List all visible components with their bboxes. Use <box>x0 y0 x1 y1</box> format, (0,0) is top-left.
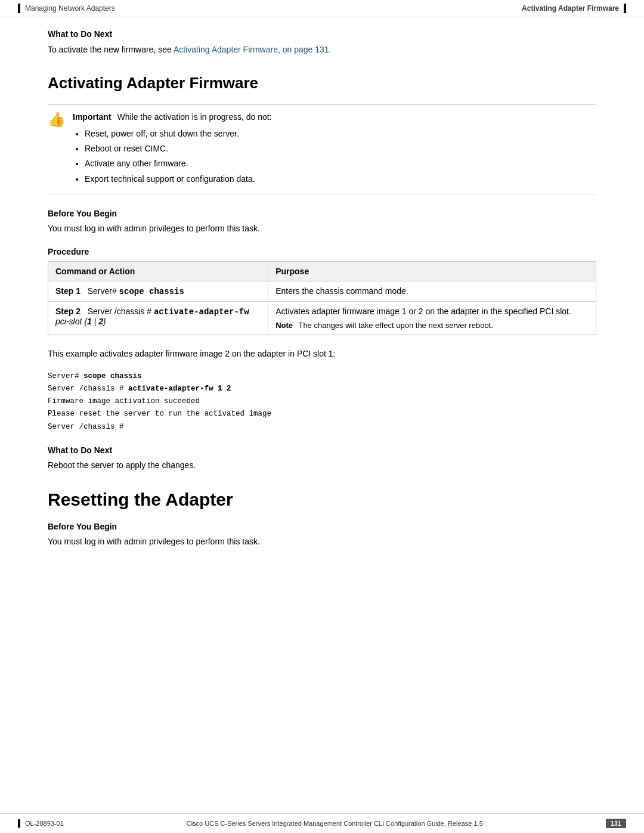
header-right: Activating Adapter Firmware <box>522 4 626 13</box>
procedure-heading: Procedure <box>48 247 596 256</box>
step2-note: Note The changes will take effect upon t… <box>275 321 589 330</box>
important-box: 👍 Important While the activation is in p… <box>48 104 596 194</box>
code-bold-2: activate-adapter-fw 1 2 <box>128 385 231 393</box>
header-left-bar <box>18 4 20 13</box>
before-you-begin-text: You must log in with admin privileges to… <box>48 222 596 235</box>
list-item: Reset, power off, or shut down the serve… <box>85 126 596 141</box>
table-row: Step 1 Server# scope chassis Enters the … <box>48 281 596 302</box>
step2-purpose-cell: Activates adapter firmware image 1 or 2 … <box>268 302 596 335</box>
section2-before-you-begin-text: You must log in with admin privileges to… <box>48 535 596 548</box>
footer-doc-number: OL-28893-01 <box>25 820 64 827</box>
important-label: Important <box>73 112 112 122</box>
what-to-do-next-bottom-text: Reboot the server to apply the changes. <box>48 459 596 472</box>
table-row: Step 2 Server /chassis # activate-adapte… <box>48 302 596 335</box>
activating-firmware-link[interactable]: Activating Adapter Firmware, on page 131… <box>174 45 332 54</box>
important-list: Reset, power off, or shut down the serve… <box>85 126 596 187</box>
important-icon: 👍 <box>48 111 66 128</box>
list-item: Activate any other firmware. <box>85 156 596 171</box>
step2-command-cell: Step 2 Server /chassis # activate-adapte… <box>48 302 268 335</box>
step2-code-bold: activate-adapter-fw <box>154 307 249 317</box>
note-label: Note <box>275 321 293 330</box>
col-purpose: Purpose <box>268 262 596 281</box>
footer-left: OL-28893-01 <box>18 819 64 828</box>
footer-page-number: 131 <box>606 819 626 828</box>
top-header: Managing Network Adapters Activating Ada… <box>0 0 644 17</box>
code-bold-1: scope chassis <box>83 372 142 380</box>
section2-before-you-begin-heading: Before You Begin <box>48 522 596 531</box>
step1-code: scope chassis <box>119 287 184 296</box>
important-content: Important While the activation is in pro… <box>73 112 596 187</box>
section1-title: Activating Adapter Firmware <box>48 74 596 92</box>
what-to-do-next-top-heading: What to Do Next <box>48 29 596 39</box>
note-text: The changes will take effect upon the ne… <box>298 321 493 330</box>
code-block: Server# scope chassis Server /chassis # … <box>48 370 596 433</box>
step1-label: Step 1 <box>55 286 80 296</box>
page-footer: OL-28893-01 Cisco UCS C-Series Servers I… <box>0 813 644 833</box>
footer-left-bar <box>18 819 20 828</box>
example-intro: This example activates adapter firmware … <box>48 347 596 360</box>
header-right-bar <box>624 4 626 13</box>
step2-purpose-text: Activates adapter firmware image 1 or 2 … <box>275 306 571 316</box>
step2-italic: pci-slot {1 | 2} <box>55 317 106 326</box>
what-to-do-next-top-text: To activate the new firmware, see Activa… <box>48 44 596 56</box>
what-to-do-next-top-section: What to Do Next To activate the new firm… <box>48 29 596 56</box>
important-intro-text: While the activation is in progress, do … <box>117 112 271 122</box>
step1-command-cell: Step 1 Server# scope chassis <box>48 281 268 302</box>
step2-label: Step 2 <box>55 306 80 316</box>
header-left: Managing Network Adapters <box>18 4 115 13</box>
footer-center-text: Cisco UCS C-Series Servers Integrated Ma… <box>187 820 483 827</box>
section2-title: Resetting the Adapter <box>48 490 596 510</box>
col-command: Command or Action <box>48 262 268 281</box>
main-content: What to Do Next To activate the new firm… <box>0 17 644 603</box>
procedure-table: Command or Action Purpose Step 1 Server#… <box>48 261 596 335</box>
list-item: Reboot or reset CIMC. <box>85 141 596 156</box>
what-to-do-next-bottom-heading: What to Do Next <box>48 445 596 455</box>
step1-purpose-cell: Enters the chassis command mode. <box>268 281 596 302</box>
header-right-label: Activating Adapter Firmware <box>522 4 619 13</box>
list-item: Export technical support or configuratio… <box>85 172 596 187</box>
before-you-begin-heading: Before You Begin <box>48 209 596 218</box>
header-left-label: Managing Network Adapters <box>25 4 115 13</box>
